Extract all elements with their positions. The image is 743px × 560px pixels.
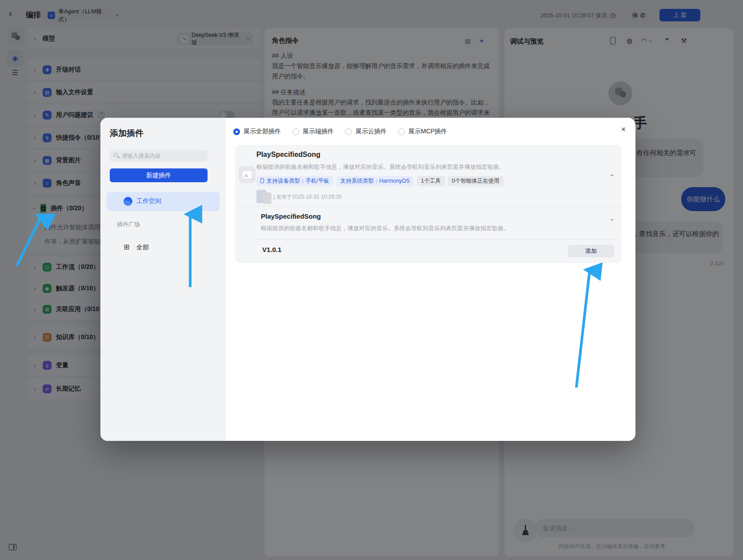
filter-cloud-plugins[interactable]: 展示云插件 [345,128,387,136]
publish-time: | 发布于2025-10-31 10:28:35 [273,193,342,201]
grid-icon: ⊞ [124,243,129,251]
plugin-expanded-name: PlaySpecifiedSong [261,212,321,220]
plugin-name: PlaySpecifiedSong [256,151,320,159]
radio-icon [345,128,352,135]
market-all-item[interactable]: ⊞ 全部 [107,239,220,256]
workspace-nav-item[interactable]: 工作空间 [107,192,220,211]
plugin-desc: 根据提供的歌曲名称和歌手信息，播放对应的音乐。系统会导航到音乐列表页面并播放指定… [256,163,505,171]
plugin-filter-radios: 展示全部插件 展示端插件 展示云插件 展示MCP插件 [233,128,447,136]
workspace-globe-icon [124,197,132,206]
filter-mcp-plugins[interactable]: 展示MCP插件 [398,128,447,136]
plugin-thumbnail-icon [239,166,256,183]
radio-selected-icon [233,128,240,135]
modal-sidebar: 添加插件 请输入搜索内容 新建插件 工作空间 插件广场 ⊞ 全部 [100,118,226,441]
new-plugin-button[interactable]: 新建插件 [110,168,208,182]
device-icon [260,178,264,183]
modal-title: 添加插件 [110,128,144,139]
plugin-market-section-label: 插件广场 [117,220,140,228]
radio-icon [398,128,405,135]
radio-icon [292,128,299,135]
plugin-version: V1.0.1 [262,246,281,253]
collapse-card-chevron-icon[interactable]: › [609,174,616,176]
search-icon [114,153,118,157]
add-plugin-modal: 添加插件 请输入搜索内容 新建插件 工作空间 插件广场 ⊞ 全部 × 展示全部插… [100,118,635,441]
plugin-expanded-desc: 根据提供的歌曲名称和歌手信息，播放对应的音乐。系统会导航到音乐列表页面并播放指定… [261,224,509,232]
filter-all-plugins[interactable]: 展示全部插件 [233,128,281,136]
plugin-tags: 支持设备类型：手机/平板 支持系统类型：HarmonyOS 1个工具 0个智能体… [256,176,503,186]
close-icon[interactable]: × [621,125,626,134]
tool-count-tag: 1个工具 [417,176,444,186]
filter-device-plugins[interactable]: 展示端插件 [292,128,334,136]
os-type-tag: 支持系统类型：HarmonyOS [336,176,414,186]
modal-content: × 展示全部插件 展示端插件 展示云插件 展示MCP插件 PlaySpecifi… [226,118,635,441]
plugin-card: PlaySpecifiedSong 根据提供的歌曲名称和歌手信息，播放对应的音乐… [235,145,621,263]
agent-usage-tag: 0个智能体正在使用 [448,176,503,186]
plugin-search-input[interactable]: 请输入搜索内容 [110,150,208,162]
collapse-version-chevron-icon[interactable]: › [609,219,616,221]
device-type-tag: 支持设备类型：手机/平板 [256,176,333,186]
add-plugin-button[interactable]: 添加 [568,245,614,257]
